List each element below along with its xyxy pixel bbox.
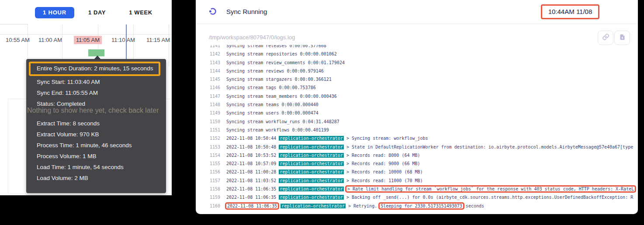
log-line-number: 1148 bbox=[196, 100, 220, 109]
log-message: > Syncing stream: workflow_jobs bbox=[346, 136, 428, 141]
current-time-marker bbox=[126, 24, 127, 59]
gridline bbox=[169, 24, 169, 66]
log-message: > Records read: 9000 (66 MB) bbox=[346, 161, 420, 166]
header-divider bbox=[0, 24, 28, 24]
log-line-number: 1153 bbox=[196, 143, 220, 151]
tick-label: 11:00 AM bbox=[38, 37, 62, 43]
log-message: > Records read: 10000 (68 MB) bbox=[346, 170, 423, 174]
log-line-text: Syncing stream team_members 0:00:00.0004… bbox=[226, 92, 337, 100]
tab-1-hour[interactable]: 1 HOUR bbox=[35, 7, 74, 18]
log-message: Syncing stream stargazers 0:00:00.366121 bbox=[226, 77, 332, 82]
log-line: 11562022-11-08 11:00:28 replication-orch… bbox=[196, 168, 637, 176]
log-message: Syncing stream workflows 0:00:00.401199 bbox=[226, 128, 329, 132]
log-line-text: Syncing stream repositories 0:00:00.0010… bbox=[226, 50, 337, 58]
log-timestamp: 2022-11-08 10:50:44 bbox=[226, 136, 276, 141]
log-line: 1145Syncing stream stargazers 0:00:00.36… bbox=[196, 75, 637, 83]
log-line-text: Syncing stream reviews 0:00:00.979146 bbox=[226, 67, 324, 75]
log-header-divider bbox=[196, 24, 638, 24]
log-message: Syncing stream team_members 0:00:00.0004… bbox=[226, 94, 337, 99]
tooltip-summary: Entire Sync Duration: 2 minutes, 15 seco… bbox=[26, 62, 166, 107]
log-message: Syncing stream users 0:00:00.000474 bbox=[226, 111, 319, 115]
log-line: 1149Syncing stream users 0:00:00.000474 bbox=[196, 109, 637, 117]
log-message: > Rate limit handling for stream `workfl… bbox=[346, 187, 635, 191]
log-line: 11532022-11-08 10:50:48 replication-orch… bbox=[196, 143, 637, 151]
log-line-number: 1142 bbox=[196, 50, 220, 58]
tooltip-metrics: Extract Time: 8 secondsExtract Volume: 9… bbox=[26, 121, 166, 181]
log-line: 11582022-11-08 11:06:35 replication-orch… bbox=[196, 185, 637, 193]
tooltip-row: Process Time: 1 minute, 46 seconds bbox=[26, 142, 166, 149]
replication-orchestrator-badge: replication-orchestrator bbox=[280, 204, 346, 208]
tooltip-row: Load Volume: 2 MB bbox=[26, 175, 166, 181]
log-line-text: Syncing stream releases 0:00:00.577608 bbox=[226, 45, 326, 50]
replication-orchestrator-badge: replication-orchestrator bbox=[279, 153, 344, 158]
log-line-number: 1146 bbox=[196, 83, 220, 92]
tab-1-day[interactable]: 1 DAY bbox=[87, 7, 107, 18]
tooltip-row: Entire Sync Duration: 2 minutes, 15 seco… bbox=[29, 62, 160, 76]
log-message: Syncing stream tags 0:00:00.753786 bbox=[226, 85, 316, 90]
log-message: Syncing stream repositories 0:00:00.0010… bbox=[226, 52, 337, 56]
log-timestamp: 2022-11-08 11:06:35 bbox=[226, 195, 276, 200]
copy-link-button[interactable] bbox=[598, 31, 613, 45]
link-icon bbox=[602, 33, 609, 42]
log-timestamp: 2022-11-08 11:06:35 bbox=[226, 187, 276, 191]
log-line-number: 1155 bbox=[196, 159, 220, 168]
log-timestamp: 2022-11-08 10:50:48 bbox=[226, 145, 276, 149]
replication-orchestrator-badge: replication-orchestrator bbox=[279, 136, 344, 141]
tick-label-highlighted: 11:05 AM bbox=[74, 36, 102, 44]
log-line: 1142Syncing stream repositories 0:00:00.… bbox=[196, 50, 637, 58]
spinner-icon bbox=[209, 7, 217, 15]
log-line-text: Syncing stream review_comments 0:00:01.1… bbox=[226, 59, 345, 67]
log-message: seconds bbox=[463, 204, 484, 208]
log-line-number: 1144 bbox=[196, 67, 220, 75]
log-lines: 1141Syncing stream releases 0:00:00.5776… bbox=[196, 45, 637, 210]
tick-label: 11:10 AM bbox=[111, 37, 135, 43]
log-line: 11552022-11-08 10:57:09 replication-orch… bbox=[196, 159, 637, 168]
log-line-number: 1150 bbox=[196, 118, 220, 126]
log-timestamp: 2022-11-08 11:06:35 bbox=[226, 204, 278, 208]
log-line-text: 2022-11-08 10:53:52 replication-orchestr… bbox=[226, 151, 420, 159]
empty-state-text: Nothing to show here yet, check back lat… bbox=[27, 107, 159, 114]
replication-orchestrator-badge: replication-orchestrator bbox=[279, 178, 344, 183]
tooltip-row: Process Volume: 1 MB bbox=[26, 153, 166, 159]
log-timestamp: 2022-11-08 11:03:52 bbox=[226, 178, 276, 183]
attempt-timestamp[interactable]: 10:44AM 11/08 bbox=[541, 4, 599, 19]
log-message: Syncing stream teams 0:00:00.000440 bbox=[226, 102, 319, 107]
tooltip-row: Sync End: 11:05:55 AM bbox=[26, 90, 166, 96]
log-highlight: Sleeping for 2330.5173151493073 bbox=[380, 204, 463, 208]
log-line-number: 1154 bbox=[196, 151, 220, 159]
log-line: 1151Syncing stream workflows 0:00:00.401… bbox=[196, 126, 637, 134]
log-line: 11602022-11-08 11:06:35 replication-orch… bbox=[196, 202, 637, 210]
log-message: > Records read: 8000 (64 MB) bbox=[346, 153, 420, 158]
log-viewport[interactable]: 1141Syncing stream releases 0:00:00.5776… bbox=[196, 45, 637, 212]
replication-orchestrator-badge: replication-orchestrator bbox=[279, 195, 344, 200]
log-message: > Records read: 11000 (70 MB) bbox=[346, 178, 423, 183]
log-message: Syncing stream reviews 0:00:00.979146 bbox=[226, 69, 324, 73]
tooltip-row: Extract Volume: 970 KB bbox=[26, 132, 166, 138]
log-line-number: 1151 bbox=[196, 126, 220, 134]
log-line: 1148Syncing stream teams 0:00:00.000440 bbox=[196, 100, 637, 109]
log-line: 11522022-11-08 10:50:44 replication-orch… bbox=[196, 134, 637, 142]
log-line-text: Syncing stream tags 0:00:00.753786 bbox=[226, 83, 316, 92]
replication-orchestrator-badge: replication-orchestrator bbox=[279, 161, 344, 166]
time-axis bbox=[0, 34, 172, 35]
download-log-button[interactable] bbox=[614, 31, 630, 45]
tooltip-row: Extract Time: 8 seconds bbox=[26, 121, 166, 127]
tooltip-row: Status: Completed bbox=[26, 101, 166, 107]
log-line-number: 1157 bbox=[196, 177, 220, 185]
log-line-number: 1141 bbox=[196, 45, 220, 50]
sync-status-title: Sync Running bbox=[226, 8, 267, 15]
file-download-icon bbox=[619, 34, 626, 42]
tab-1-week[interactable]: 1 WEEK bbox=[127, 7, 155, 18]
log-line: 1144Syncing stream reviews 0:00:00.97914… bbox=[196, 67, 637, 75]
log-line-text: Syncing stream teams 0:00:00.000440 bbox=[226, 100, 319, 109]
replication-orchestrator-badge: replication-orchestrator bbox=[279, 145, 344, 149]
log-line-text: Syncing stream stargazers 0:00:00.366121 bbox=[226, 75, 332, 83]
sync-log-card: Sync Running 10:44AM 11/08 /tmp/workspac… bbox=[196, 0, 638, 214]
log-line-number: 1145 bbox=[196, 75, 220, 83]
log-line-number: 1149 bbox=[196, 109, 220, 117]
log-timestamp: 2022-11-08 10:53:52 bbox=[226, 153, 276, 158]
log-message: > Backing off _send(...) for 0.0s (airby… bbox=[346, 195, 633, 200]
log-line-number: 1158 bbox=[196, 185, 220, 193]
log-line: 1141Syncing stream releases 0:00:00.5776… bbox=[196, 45, 637, 50]
log-line: 1147Syncing stream team_members 0:00:00.… bbox=[196, 92, 637, 100]
